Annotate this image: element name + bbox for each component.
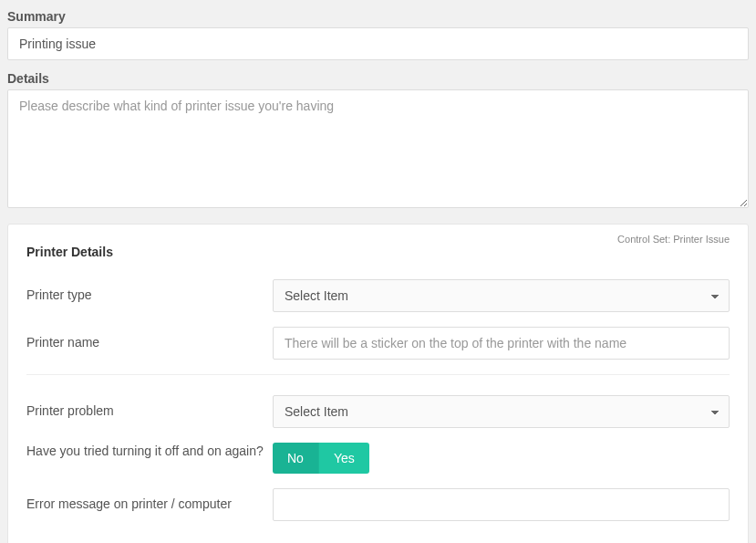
printer-problem-select[interactable]: Select Item	[273, 395, 730, 428]
details-label: Details	[7, 71, 749, 86]
details-textarea[interactable]	[7, 89, 749, 208]
toggle-yes-button[interactable]: Yes	[318, 443, 369, 474]
tried-off-on-toggle: No Yes	[273, 443, 369, 474]
printer-type-label: Printer type	[26, 287, 273, 305]
summary-label: Summary	[7, 9, 749, 24]
form-container: Summary Details Control Set: Printer Iss…	[0, 0, 756, 543]
printer-details-panel: Control Set: Printer Issue Printer Detai…	[7, 224, 749, 543]
tried-off-on-label: Have you tried turning it off and on aga…	[26, 443, 273, 461]
printer-name-input[interactable]	[273, 327, 730, 360]
panel-title: Printer Details	[26, 245, 730, 259]
printer-problem-label: Printer problem	[26, 402, 273, 421]
error-message-input[interactable]	[273, 488, 730, 521]
control-set-badge: Control Set: Printer Issue	[617, 234, 730, 245]
printer-type-select[interactable]: Select Item	[273, 279, 730, 312]
divider	[26, 374, 730, 375]
summary-input[interactable]	[7, 27, 749, 60]
error-message-label: Error message on printer / computer	[26, 496, 273, 514]
toggle-no-button[interactable]: No	[273, 443, 318, 474]
printer-name-label: Printer name	[26, 334, 273, 352]
